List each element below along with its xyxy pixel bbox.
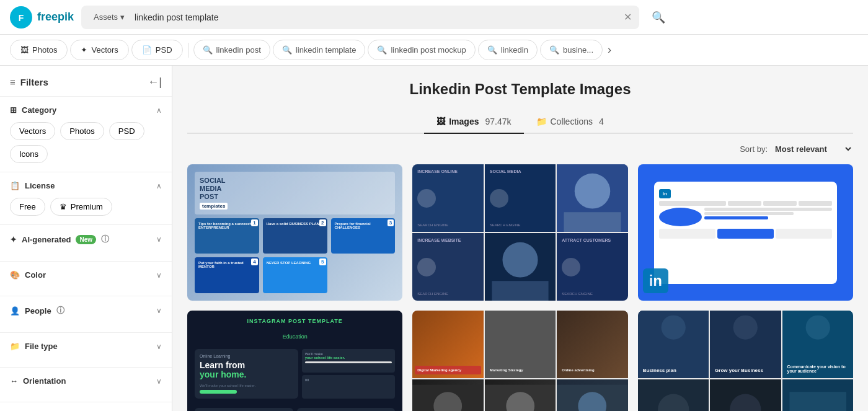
tag-linkedin-template[interactable]: 🔍 linkedin template: [273, 40, 366, 60]
color-icon: 🎨: [10, 270, 20, 280]
ai-chevron: ∨: [156, 235, 162, 244]
sidebar-section-color: 🎨 Color ∨: [0, 262, 172, 296]
photos-icon: 🖼: [20, 45, 29, 55]
grid-item-social-templates[interactable]: SOCIALMEDIAPOSTtemplates 1 Tips for beco…: [187, 164, 402, 301]
tag-busine[interactable]: 🔍 busine...: [540, 40, 603, 60]
orientation-header[interactable]: ↔ Orientation ∨: [10, 376, 162, 386]
category-tags: Vectors Photos PSD Icons: [10, 122, 162, 163]
people-title: 👤 People ⓘ: [10, 305, 64, 316]
sort-select[interactable]: Most relevant Most recent Most downloade…: [773, 144, 853, 154]
tabs-next-arrow[interactable]: ›: [608, 43, 611, 56]
search-type-button[interactable]: Assets ▾: [89, 10, 130, 24]
sidebar-section-people: 👤 People ⓘ ∨: [0, 296, 172, 333]
orientation-title: ↔ Orientation: [10, 376, 66, 386]
grid-item-business-blue[interactable]: INCREASE ONLINE SEARCH ENGINE SOCIAL MED…: [412, 164, 627, 301]
people-chevron: ∨: [156, 306, 162, 315]
content-area: Linkedin Post Template Images 🖼 Images 9…: [172, 66, 868, 411]
license-header[interactable]: 📋 License ∧: [10, 181, 162, 190]
license-tags: Free ♛ Premium: [10, 198, 162, 216]
sort-bar: Sort by: Most relevant Most recent Most …: [187, 144, 853, 154]
color-title: 🎨 Color: [10, 270, 46, 280]
ai-title: ✦ AI-generated New ⓘ: [10, 234, 109, 245]
psd-icon: 📄: [142, 45, 152, 55]
sidebar-section-ai: ✦ AI-generated New ⓘ ∨: [0, 225, 172, 262]
main-layout: ≡ Filters ←| ⊞ Category ∧ Vectors Photos…: [0, 66, 868, 411]
collections-tab-icon: 📁: [536, 117, 547, 126]
logo-icon: F: [10, 6, 32, 29]
logo-text: freepik: [37, 11, 74, 24]
grid-item-people-photos[interactable]: Digital Marketing agency Marketing Strat…: [412, 311, 627, 411]
tag-photos[interactable]: Photos: [60, 122, 104, 140]
sidebar-header: ≡ Filters ←|: [0, 76, 172, 97]
category-header[interactable]: ⊞ Category ∧: [10, 105, 162, 115]
tag-linkedin-post-mockup[interactable]: 🔍 linkedin post mockup: [368, 40, 475, 60]
tab-collections[interactable]: 📁 Collections 4: [524, 110, 616, 133]
filetype-chevron: ∨: [156, 342, 162, 351]
search-tag-icon-5: 🔍: [549, 45, 559, 55]
filters-icon: ≡: [10, 77, 16, 87]
filetype-header[interactable]: 📁 File type ∨: [10, 342, 162, 351]
search-tag-icon: 🔍: [203, 45, 213, 55]
color-header[interactable]: 🎨 Color ∨: [10, 270, 162, 280]
filters-label: ≡ Filters: [10, 77, 48, 87]
search-bar: Assets ▾ ✕: [81, 6, 639, 29]
logo-link[interactable]: F freepik: [10, 6, 74, 29]
grid-item-business-plan[interactable]: Business plan Grow your Business: [638, 311, 853, 411]
svg-point-14: [733, 316, 758, 340]
search-tag-icon-3: 🔍: [377, 45, 387, 55]
new-badge: New: [76, 235, 96, 244]
sidebar-section-category: ⊞ Category ∧ Vectors Photos PSD Icons: [0, 97, 172, 172]
sidebar-section-filetype: 📁 File type ∨: [0, 333, 172, 368]
tag-vectors[interactable]: Vectors: [10, 122, 55, 140]
sidebar-section-style: 🖌 Style ⓘ ∨: [0, 402, 172, 411]
vectors-icon: ✦: [81, 45, 87, 55]
category-chevron: ∧: [156, 106, 162, 115]
people-header[interactable]: 👤 People ⓘ ∨: [10, 305, 162, 316]
search-clear-button[interactable]: ✕: [624, 11, 632, 23]
orientation-chevron: ∨: [156, 377, 162, 386]
page-title: Linkedin Post Template Images: [187, 81, 853, 98]
people-icon: 👤: [10, 306, 20, 316]
tag-icons[interactable]: Icons: [10, 145, 48, 163]
search-tag-icon-2: 🔍: [282, 45, 292, 55]
svg-text:F: F: [19, 12, 24, 22]
info-icon[interactable]: ⓘ: [101, 234, 109, 245]
image-grid: SOCIALMEDIAPOSTtemplates 1 Tips for beco…: [187, 164, 853, 411]
sidebar: ≡ Filters ←| ⊞ Category ∧ Vectors Photos…: [0, 66, 172, 411]
license-free[interactable]: Free: [10, 198, 45, 216]
tag-linkedin-post[interactable]: 🔍 linkedin post: [193, 40, 270, 60]
dropdown-icon: ▾: [120, 12, 125, 22]
color-chevron: ∨: [156, 271, 162, 280]
license-chevron: ∧: [156, 182, 162, 190]
tab-psd[interactable]: 📄 PSD: [131, 40, 183, 60]
search-submit-button[interactable]: 🔍: [652, 11, 665, 24]
sidebar-collapse-button[interactable]: ←|: [148, 76, 162, 89]
sidebar-section-license: 📋 License ∧ Free ♛ Premium: [0, 172, 172, 225]
content-tabs: 🖼 Images 97.47k 📁 Collections 4: [187, 110, 853, 134]
svg-rect-22: [789, 392, 846, 411]
tag-psd[interactable]: PSD: [109, 122, 144, 140]
grid-item-instagram-edu[interactable]: INSTAGRAM POST TEMPLATE Education Online…: [187, 311, 402, 411]
tabs-bar: 🖼 Photos ✦ Vectors 📄 PSD 🔍 linkedin post…: [0, 35, 868, 66]
filetype-title: 📁 File type: [10, 342, 58, 351]
ai-header[interactable]: ✦ AI-generated New ⓘ ∨: [10, 234, 162, 245]
people-info-icon[interactable]: ⓘ: [56, 305, 64, 316]
svg-point-16: [805, 316, 830, 340]
tab-vectors[interactable]: ✦ Vectors: [70, 40, 128, 60]
license-icon: 📋: [10, 181, 20, 190]
header: F freepik Assets ▾ ✕ 🔍: [0, 0, 868, 35]
grid-item-linkedin-ui[interactable]: in: [638, 164, 853, 301]
tab-images[interactable]: 🖼 Images 97.47k: [424, 110, 523, 134]
images-tab-icon: 🖼: [436, 117, 445, 126]
search-input[interactable]: [135, 12, 619, 22]
tab-photos[interactable]: 🖼 Photos: [10, 40, 68, 60]
crown-icon: ♛: [60, 202, 67, 211]
category-title: ⊞ Category: [10, 105, 56, 115]
search-tag-icon-4: 🔍: [487, 45, 497, 55]
filetype-icon: 📁: [10, 342, 20, 351]
tag-linkedin[interactable]: 🔍 linkedin: [478, 40, 538, 60]
tabs-divider: [188, 43, 188, 58]
sidebar-section-orientation: ↔ Orientation ∨: [0, 368, 172, 402]
category-icon: ⊞: [10, 105, 17, 115]
license-premium[interactable]: ♛ Premium: [50, 198, 112, 216]
